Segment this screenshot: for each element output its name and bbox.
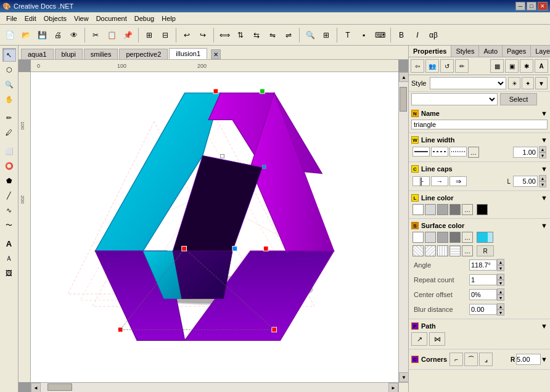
tb-copy[interactable]: 📋	[104, 28, 119, 43]
tb-redo[interactable]: ↪	[195, 28, 210, 43]
pt-asterisk[interactable]: ✱	[520, 59, 533, 73]
line-color-header[interactable]: L Line color ▼	[411, 193, 548, 203]
lc-spin-down[interactable]: ▼	[539, 181, 546, 187]
tb-group[interactable]: ⊞	[142, 28, 157, 43]
close-button[interactable]: ✕	[538, 2, 548, 10]
select-button[interactable]: Select	[500, 93, 537, 105]
scroll-left-button[interactable]: ◄	[31, 383, 41, 392]
corners-r-input[interactable]	[516, 354, 541, 365]
path-header[interactable]: P Path ▼	[411, 321, 548, 331]
name-expand[interactable]: ▼	[541, 110, 548, 117]
path-btn-1[interactable]: ↗	[411, 332, 427, 346]
sc-swatch-vert[interactable]	[437, 245, 448, 256]
lc-swatch-mgray[interactable]	[437, 204, 448, 215]
lc-swatch-white[interactable]	[412, 204, 424, 215]
corner-sharp[interactable]: ⌐	[449, 353, 463, 366]
lc-arrow2[interactable]: ⇒	[449, 176, 467, 186]
tb-new[interactable]: 📄	[2, 28, 17, 43]
tool-node[interactable]: ⬡	[2, 63, 16, 76]
lc-butt[interactable]: ╟	[412, 176, 430, 186]
pt-back[interactable]: ⇦	[411, 59, 424, 73]
name-header[interactable]: N Name ▼	[411, 108, 548, 118]
line-color-expand[interactable]: ▼	[541, 194, 548, 202]
scroll-down-button[interactable]: ▼	[399, 372, 408, 382]
repeat-spin-up[interactable]: ▲	[497, 274, 504, 280]
path-expand[interactable]: ▼	[541, 322, 548, 330]
tb-print[interactable]: 🖨	[51, 28, 65, 43]
tb-bold[interactable]: B	[394, 28, 409, 43]
menu-objects[interactable]: Objects	[40, 14, 70, 23]
lc-spin-up[interactable]: ▲	[539, 175, 546, 181]
scroll-up-button[interactable]: ▲	[399, 72, 408, 82]
path-btn-2[interactable]: ⋈	[429, 332, 445, 346]
style-select[interactable]	[430, 77, 506, 89]
tb-open[interactable]: 📂	[18, 28, 33, 43]
tool-image[interactable]: 🖼	[2, 266, 16, 280]
tb-ungroup[interactable]: ⊟	[158, 28, 173, 43]
pt-grid2[interactable]: ▣	[505, 59, 519, 73]
line-caps-expand[interactable]: ▼	[541, 165, 548, 173]
tool-ellipse[interactable]: ⭕	[2, 159, 16, 173]
scroll-right-button[interactable]: ►	[388, 383, 398, 392]
r-button[interactable]: R	[477, 245, 494, 256]
pt-rotate[interactable]: ↺	[440, 59, 454, 73]
ls-solid[interactable]	[412, 147, 430, 157]
tool-pencil[interactable]: ✏	[2, 111, 16, 125]
tb-align1[interactable]: ⟺	[217, 28, 232, 43]
tool-text[interactable]: A	[2, 237, 16, 250]
line-caps-input[interactable]	[513, 176, 538, 187]
lc-swatch-lgray[interactable]	[425, 204, 436, 215]
tab-perpective2[interactable]: perpective2	[119, 49, 168, 59]
tab-illusion1[interactable]: illusion1	[169, 48, 207, 59]
tb-text1[interactable]: T	[340, 28, 355, 43]
scroll-track-v[interactable]	[399, 82, 408, 372]
panel-tab-styles[interactable]: Styles	[451, 46, 479, 57]
menu-debug[interactable]: Debug	[131, 14, 158, 23]
corner-round[interactable]: ⌒	[464, 353, 478, 366]
corners-header[interactable]: C Corners ⌐ ⌒ ⌟ R ▼	[411, 351, 548, 367]
pt-text[interactable]: A	[535, 59, 548, 73]
minimize-button[interactable]: ─	[515, 2, 525, 10]
lc-swatch-dgray[interactable]	[449, 204, 461, 215]
tb-paste[interactable]: 📌	[120, 28, 135, 43]
ls-dash[interactable]	[431, 147, 448, 157]
center-offset-input[interactable]	[469, 289, 497, 300]
angle-input[interactable]	[469, 259, 497, 271]
center-spin-up[interactable]: ▲	[497, 288, 504, 295]
style-btn-light[interactable]: ✦	[522, 77, 534, 89]
name-input[interactable]	[411, 120, 548, 129]
tb-align4[interactable]: ⇋	[265, 28, 280, 43]
tool-line[interactable]: ╱	[2, 189, 16, 202]
scroll-track-h[interactable]	[41, 383, 388, 392]
tb-text2[interactable]: ▪	[356, 28, 371, 43]
panel-tab-properties[interactable]: Properties	[409, 46, 451, 57]
scrollbar-horizontal[interactable]: ◄ ►	[31, 382, 398, 392]
menu-file[interactable]: File	[2, 14, 21, 23]
line-caps-header[interactable]: C Line caps ▼	[411, 164, 548, 174]
menu-view[interactable]: View	[70, 14, 92, 23]
tool-rect[interactable]: ⬜	[2, 144, 16, 158]
tool-select[interactable]: ↖	[2, 48, 16, 62]
tb-text3[interactable]: ⌨	[372, 28, 387, 43]
tab-blupi[interactable]: blupi	[55, 49, 83, 59]
center-spin-down[interactable]: ▼	[497, 295, 504, 301]
tb-spell[interactable]: αβ	[426, 28, 441, 43]
blur-spin-up[interactable]: ▲	[497, 303, 504, 309]
sc-swatch-hatch1[interactable]	[412, 245, 424, 256]
blur-spin-down[interactable]: ▼	[497, 309, 504, 316]
sc-swatch-hatch2[interactable]	[425, 245, 436, 256]
canvas-wrapper[interactable]: 0 100 200 100 200	[18, 60, 408, 392]
menu-document[interactable]: Document	[92, 14, 131, 23]
tb-align3[interactable]: ⇆	[249, 28, 264, 43]
sc-swatch-mgray[interactable]	[437, 232, 448, 243]
scrollbar-vertical[interactable]: ▲ ▼	[398, 72, 408, 382]
line-width-expand[interactable]: ▼	[541, 136, 548, 144]
pt-grid1[interactable]: ▦	[490, 59, 504, 73]
sc-swatch-horiz[interactable]	[449, 245, 461, 256]
tool-pan[interactable]: ✋	[2, 92, 16, 106]
sc-swatch-white[interactable]	[412, 232, 424, 243]
menu-edit[interactable]: Edit	[21, 14, 40, 23]
maximize-button[interactable]: □	[527, 2, 536, 10]
sc-swatch-lgray[interactable]	[425, 232, 436, 243]
ls-dot[interactable]	[449, 147, 467, 157]
